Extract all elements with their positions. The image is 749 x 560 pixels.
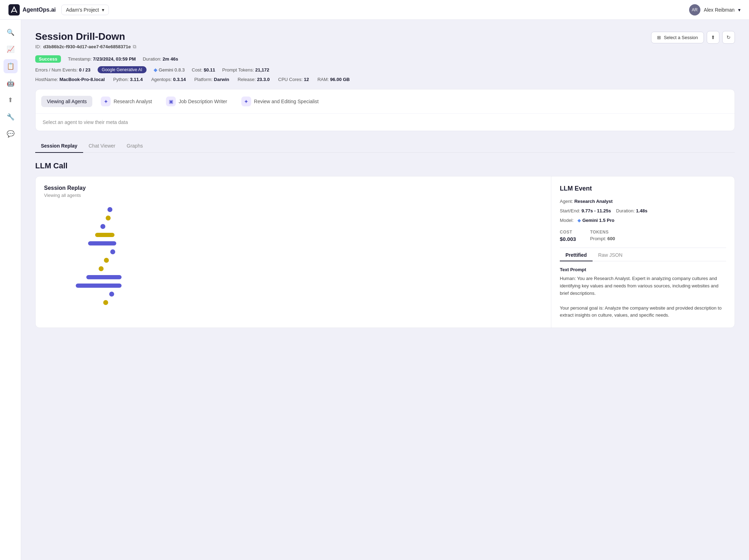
timeline-item-4 [65,232,543,238]
gemini-icon: ◆ [154,67,157,73]
tl-dot [107,207,112,212]
sidebar-item-tools[interactable]: 🔧 [4,110,18,124]
page-title: Session Drill-Down [35,31,136,42]
header-actions: ⊞ Select a Session ⬆ ↻ [651,31,735,44]
session-id-row: ID: d3b86b2c-f930-4d17-aee7-674e6858371e… [35,44,136,50]
cpu-item: CPU Cores: 12 [278,77,309,82]
select-session-button[interactable]: ⊞ Select a Session [651,32,704,43]
project-name: Adam's Project [66,7,99,13]
review-editing-icon: ✦ [241,97,251,106]
chart-icon: 📈 [7,45,14,53]
timeline-item-12 [65,299,543,306]
meta-row-1: Success Timestamp: 7/23/2024, 03:59 PM D… [35,55,735,63]
python-item: Python: 3.11.4 [113,77,143,82]
refresh-button[interactable]: ↻ [722,31,735,44]
research-analyst-icon: ✦ [101,97,111,106]
cost-tokens-row: Cost $0.003 Tokens Prompt: 600 [560,230,726,242]
status-badge: Success [35,55,61,63]
timeline [44,206,543,308]
tl-bar [86,275,122,279]
topnav-right: AR Alex Reibman ▾ [689,4,741,15]
event-agent: Agent: Research Analyst [560,198,726,205]
collapse-button[interactable]: ⬆ [707,31,719,44]
tab-session-replay[interactable]: Session Replay [35,139,83,153]
errors-item: Errors / Num Events: 0 / 23 [35,67,91,73]
sidebar-item-search[interactable]: 🔍 [4,25,18,39]
sidebar-item-analytics[interactable]: 📈 [4,42,18,56]
timeline-item-1 [65,206,543,213]
tl-bar [95,233,114,237]
tl-dot [99,266,104,271]
tab-chat-viewer[interactable]: Chat Viewer [83,139,121,153]
timeline-item-11 [65,291,543,297]
sessions-icon: 📋 [7,62,14,70]
timeline-item-5 [65,240,543,247]
page-header-left: Session Drill-Down ID: d3b86b2c-f930-4d1… [35,31,136,50]
cost-item: Cost: $0.11 [192,67,215,73]
duration-item: Duration: 2m 46s [143,56,178,62]
logo: AgentOps.ai [8,4,56,15]
svg-rect-0 [8,4,20,15]
event-model: Model: ◆ Gemini 1.5 Pro [560,217,726,224]
replay-panel-title: Session Replay [44,185,543,191]
event-tabs: Prettified Raw JSON [560,249,726,261]
agents-panel: Viewing all Agents ✦ Research Analyst ▣ … [35,89,735,131]
page-header: Session Drill-Down ID: d3b86b2c-f930-4d1… [35,31,735,50]
timeline-item-6 [65,249,543,255]
user-name: Alex Reibman [704,7,735,13]
tl-dot [104,258,109,263]
search-icon: 🔍 [7,29,14,36]
main-content: Session Drill-Down ID: d3b86b2c-f930-4d1… [21,20,749,560]
topnav-left: AgentOps.ai Adam's Project ▾ [8,4,109,15]
view-tabs: Session Replay Chat Viewer Graphs [35,139,735,153]
sidebar-item-traces[interactable]: ⬆ [4,93,18,107]
meta-row-2: Errors / Num Events: 0 / 23 Google Gener… [35,66,735,73]
tl-dot [106,216,111,220]
agents-select-prompt: Select an agent to view their meta data [43,119,128,125]
replay-panel-subtitle: Viewing all agents [44,193,543,198]
tab-graphs[interactable]: Graphs [121,139,149,153]
agentops-item: Agentops: 0.3.14 [151,77,186,82]
hostname-item: HostName: MacBook-Pro-8.local [35,77,105,82]
tab-research-analyst[interactable]: ✦ Research Analyst [95,94,157,109]
model-badge: ◆ Gemini 0.8.3 [154,67,185,73]
select-session-label: Select a Session [664,35,698,40]
sidebar-item-bot[interactable]: 💬 [4,127,18,141]
event-startend: Start/End: 9.77s - 11.25s Duration: 1.48… [560,207,726,215]
text-prompt-content: Human: You are Research Analyst. Expert … [560,275,726,319]
research-analyst-label: Research Analyst [113,99,152,104]
timeline-item-3 [65,223,543,230]
sidebar-item-sessions[interactable]: 📋 [4,59,18,73]
tokens-prompt: Prompt: 600 [590,236,615,241]
agents-body: Select an agent to view their meta data [36,114,735,131]
tab-viewing-all[interactable]: Viewing all Agents [41,96,92,107]
provider-tag: Google Generative AI [98,66,147,73]
tokens-group: Tokens Prompt: 600 [590,230,615,242]
sidebar-item-agents[interactable]: 🤖 [4,76,18,90]
prompt-tokens-item: Prompt Tokens: 21,172 [222,67,269,73]
tl-dot [110,249,115,254]
gemini-diamond-icon: ◆ [577,217,581,224]
event-tab-raw-json[interactable]: Raw JSON [593,249,628,261]
timeline-item-2 [65,215,543,221]
bot-icon: 💬 [7,130,14,138]
copy-icon[interactable]: ⧉ [133,44,136,50]
divider [560,248,726,248]
cost-value: $0.003 [560,236,576,242]
user-dropdown-icon: ▾ [738,7,741,13]
event-tab-prettified[interactable]: Prettified [560,249,593,261]
meta-row-3: HostName: MacBook-Pro-8.local Python: 3.… [35,77,735,82]
review-editing-label: Review and Editing Specialist [254,99,319,104]
tl-dot [109,292,114,297]
refresh-icon: ↻ [726,35,731,40]
sidebar: 🔍 📈 📋 🤖 ⬆ 🔧 💬 [0,20,21,560]
job-writer-label: Job Description Writer [179,99,227,104]
llm-section: LLM Call Session Replay Viewing all agen… [35,161,735,328]
cost-section-label: Cost [560,230,576,235]
event-title: LLM Event [560,185,726,192]
project-selector[interactable]: Adam's Project ▾ [61,5,109,15]
tab-review-editing[interactable]: ✦ Review and Editing Specialist [236,94,324,109]
tab-job-description-writer[interactable]: ▣ Job Description Writer [160,94,233,109]
timeline-item-10 [65,282,543,289]
traces-icon: ⬆ [8,96,13,104]
